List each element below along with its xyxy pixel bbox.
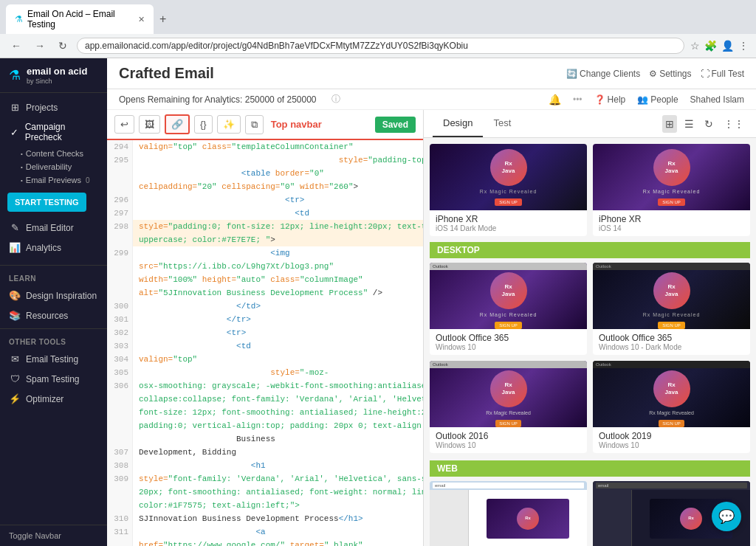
code-line: 296 <tr>: [107, 193, 423, 207]
email-testing-icon: ✉: [9, 353, 21, 364]
image-btn[interactable]: 🖼: [139, 115, 160, 134]
preview-image: Outlook RxJava Rx Magic Revealed SIGN UP: [430, 361, 587, 427]
tagline: Rx Magic Revealed: [480, 312, 537, 317]
sidebar-item-optimizer[interactable]: ⚡ Optimizer: [0, 389, 107, 409]
tagline: Rx Magic Revealed: [486, 410, 531, 415]
preview-image: Outlook RxJava Rx Magic Revealed SIGN UP: [593, 361, 750, 427]
device-thumbnail: Outlook RxJava Rx Magic Revealed SIGN UP: [430, 263, 587, 329]
sub-item-deliverability[interactable]: • Deliverability: [0, 160, 107, 173]
new-tab-btn[interactable]: +: [154, 10, 172, 29]
grid-view-btn[interactable]: ⊞: [662, 115, 677, 133]
sidebar-item-design[interactable]: 🎨 Design Inspiration: [0, 286, 107, 305]
device-card-iphone-xr-dark[interactable]: RxJava Rx Magic Revealed SIGN UP iPhone …: [430, 144, 587, 236]
help-link[interactable]: ❓ Help: [594, 94, 626, 105]
code-editor[interactable]: 294 valign="top" class="templateColumnCo…: [107, 140, 423, 546]
code-line: 304 valign="top": [107, 353, 423, 366]
rx-java-logo: RxJava: [653, 370, 690, 407]
other-tools-label: OTHER TOOLS: [0, 332, 107, 349]
start-testing-button[interactable]: START TESTING: [7, 193, 86, 212]
preview-content[interactable]: RxJava Rx Magic Revealed SIGN UP iPhone …: [424, 138, 756, 546]
code-line: cellpadding="20" cellspacing="0" width="…: [107, 180, 423, 193]
code-line: alt="5JInnovation Business Development P…: [107, 286, 423, 300]
sidebar-item-projects[interactable]: ⊞ Projects: [0, 97, 107, 117]
notification-bell-icon[interactable]: 🔔: [549, 94, 561, 106]
code-line: 310 SJInnovation Business Development Pr…: [107, 512, 423, 525]
device-os: Windows 10: [436, 343, 581, 351]
device-name: Outlook 2019: [599, 431, 744, 441]
list-view-btn[interactable]: ☰: [681, 115, 697, 133]
device-thumbnail: email Rx: [430, 481, 587, 546]
sidebar-item-resources[interactable]: 📚 Resources: [0, 305, 107, 325]
toggle-navbar-btn[interactable]: Toggle Navbar: [0, 525, 107, 546]
sidebar-item-spam-testing[interactable]: 🛡 Spam Testing: [0, 369, 107, 389]
device-card-outlook-2016[interactable]: Outlook RxJava Rx Magic Revealed SIGN UP…: [430, 361, 587, 453]
outlook-header: Outlook: [430, 361, 587, 368]
rx-java-logo: RxJava: [653, 149, 690, 186]
content-mini: Rx: [469, 490, 587, 546]
settings-link[interactable]: ⚙ Settings: [649, 69, 691, 79]
device-os: Windows 10 - Dark Mode: [599, 343, 744, 351]
profile-icon[interactable]: 👤: [721, 40, 734, 52]
device-card-outlook-2019[interactable]: Outlook RxJava Rx Magic Revealed SIGN UP…: [593, 361, 750, 453]
spam-icon: 🛡: [9, 373, 21, 384]
cta-btn: SIGN UP: [658, 198, 685, 206]
email-thumb: Rx: [487, 499, 569, 539]
code-line: font-size: 12px; font-smoothing: antiali…: [107, 406, 423, 419]
code-line: 303 <td: [107, 339, 423, 353]
sub-item-content-checks[interactable]: • Content Checks: [0, 147, 107, 160]
refresh-btn[interactable]: ↻: [55, 38, 71, 53]
preview-tabs: Design Test ⊞ ☰ ↻ ⋮⋮: [424, 110, 756, 138]
refresh-previews-btn[interactable]: ↻: [701, 115, 716, 133]
sidebar-item-email-editor[interactable]: ✎ Email Editor: [0, 218, 107, 238]
back-btn[interactable]: ←: [7, 38, 25, 53]
code-line: collapse:collapse; font-family: 'Verdana…: [107, 393, 423, 406]
learn-group-label: LEARN: [0, 269, 107, 286]
content-checks-label: Content Checks: [26, 149, 83, 158]
code-line: 294 valign="top" class="templateColumnCo…: [107, 140, 423, 153]
sidebar-item-campaign-precheck[interactable]: ✓ Campaign Precheck: [0, 117, 107, 147]
change-clients-link[interactable]: 🔄 Change Clients: [566, 69, 640, 79]
sidebar-item-email-testing[interactable]: ✉ Email Testing: [0, 349, 107, 369]
device-os: iOS 14 Dark Mode: [436, 224, 581, 232]
link-icon-btn[interactable]: 🔗: [165, 114, 190, 134]
preview-panel: Design Test ⊞ ☰ ↻ ⋮⋮: [424, 110, 756, 546]
saved-badge: Saved: [375, 117, 416, 133]
tab-design[interactable]: Design: [433, 110, 483, 137]
web-section: WEB email: [430, 460, 750, 546]
logo-icon: ⚗: [9, 67, 21, 83]
copy-btn[interactable]: ⧉: [245, 115, 264, 134]
people-link[interactable]: 👥 People: [637, 94, 678, 105]
tagline: Rx Magic Revealed: [643, 312, 701, 317]
menu-icon[interactable]: ⋮: [738, 40, 749, 52]
device-card-outlook-365-dark[interactable]: Outlook RxJava Rx Magic Revealed SIGN UP…: [593, 263, 750, 355]
user-menu[interactable]: Shahed Islam: [690, 94, 744, 105]
url-input[interactable]: [77, 38, 684, 54]
device-card-web-1[interactable]: email Rx: [430, 481, 587, 546]
opens-bar: Opens Remaining for Analytics: 250000 of…: [107, 89, 756, 110]
logo-mini: Rx: [517, 508, 539, 530]
tab-test[interactable]: Test: [483, 110, 521, 137]
code-line: uppercase; color:#7E7E7E; ">: [107, 233, 423, 246]
device-card-iphone-xr[interactable]: RxJava Rx Magic Revealed SIGN UP iPhone …: [593, 144, 750, 236]
extensions-icon[interactable]: 🧩: [704, 40, 717, 52]
mobile-device-grid: RxJava Rx Magic Revealed SIGN UP iPhone …: [430, 144, 750, 236]
sidebar-item-analytics[interactable]: 📊 Analytics: [0, 238, 107, 258]
dot-icon: •: [21, 151, 23, 157]
device-card-outlook-365[interactable]: Outlook RxJava Rx Magic Revealed SIGN UP…: [430, 263, 587, 355]
sub-item-email-previews[interactable]: • Email Previews 0: [0, 173, 107, 187]
preview-image: Outlook RxJava Rx Magic Revealed SIGN UP: [593, 263, 750, 329]
undo-btn[interactable]: ↩: [114, 115, 134, 134]
browser-tab[interactable]: ⚗ Email On Acid – Email Testing ✕: [6, 4, 154, 34]
forward-btn[interactable]: →: [31, 38, 49, 53]
special-btn[interactable]: ✨: [217, 115, 241, 134]
code-btn[interactable]: {}: [194, 115, 213, 134]
sidebar-label-design: Design Inspiration: [26, 291, 97, 301]
rx-java-logo: RxJava: [490, 370, 527, 407]
chat-button[interactable]: 💬: [712, 502, 741, 531]
device-name: iPhone XR: [599, 214, 744, 224]
tab-close-btn[interactable]: ✕: [138, 15, 145, 24]
more-options-btn[interactable]: ⋮⋮: [721, 115, 747, 133]
rx-java-logo: RxJava: [490, 149, 527, 186]
bookmark-icon[interactable]: ☆: [690, 40, 700, 52]
full-test-link[interactable]: ⛶ Full Test: [701, 69, 744, 79]
